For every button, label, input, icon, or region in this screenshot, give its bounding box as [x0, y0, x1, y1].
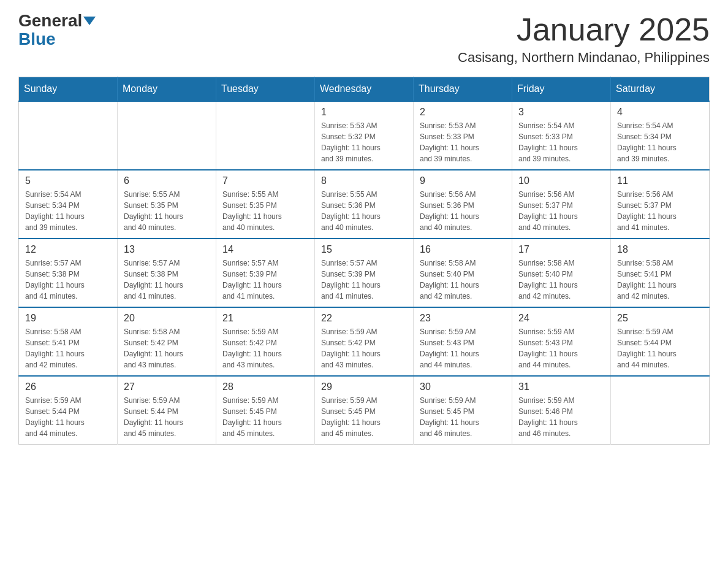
calendar-cell: 16Sunrise: 5:58 AMSunset: 5:40 PMDayligh…: [414, 239, 512, 307]
calendar-cell: [216, 101, 315, 170]
day-number: 13: [124, 244, 210, 255]
weekday-header-row: SundayMondayTuesdayWednesdayThursdayFrid…: [19, 77, 710, 102]
header-right: January 2025 Casisang, Northern Mindanao…: [458, 12, 710, 66]
calendar-cell: 20Sunrise: 5:58 AMSunset: 5:42 PMDayligh…: [118, 307, 216, 376]
day-number: 18: [617, 244, 703, 255]
day-info: Sunrise: 5:59 AMSunset: 5:43 PMDaylight:…: [420, 326, 506, 370]
calendar-cell: 25Sunrise: 5:59 AMSunset: 5:44 PMDayligh…: [611, 307, 710, 376]
calendar-cell: 23Sunrise: 5:59 AMSunset: 5:43 PMDayligh…: [414, 307, 512, 376]
calendar-cell: [611, 376, 710, 445]
weekday-header-thursday: Thursday: [414, 77, 512, 102]
calendar-cell: 1Sunrise: 5:53 AMSunset: 5:32 PMDaylight…: [315, 101, 414, 170]
calendar-cell: 3Sunrise: 5:54 AMSunset: 5:33 PMDaylight…: [512, 101, 611, 170]
day-info: Sunrise: 5:58 AMSunset: 5:41 PMDaylight:…: [25, 326, 111, 370]
day-number: 7: [222, 175, 308, 186]
day-info: Sunrise: 5:54 AMSunset: 5:34 PMDaylight:…: [617, 120, 703, 164]
day-info: Sunrise: 5:59 AMSunset: 5:43 PMDaylight:…: [518, 326, 604, 370]
day-info: Sunrise: 5:57 AMSunset: 5:38 PMDaylight:…: [124, 258, 210, 302]
day-number: 14: [222, 244, 308, 255]
day-info: Sunrise: 5:59 AMSunset: 5:44 PMDaylight:…: [25, 395, 111, 439]
weekday-header-sunday: Sunday: [19, 77, 118, 102]
day-info: Sunrise: 5:58 AMSunset: 5:40 PMDaylight:…: [420, 258, 506, 302]
day-info: Sunrise: 5:55 AMSunset: 5:36 PMDaylight:…: [321, 189, 407, 233]
day-info: Sunrise: 5:56 AMSunset: 5:37 PMDaylight:…: [617, 189, 703, 233]
day-number: 24: [518, 313, 604, 324]
calendar-cell: 27Sunrise: 5:59 AMSunset: 5:44 PMDayligh…: [118, 376, 216, 445]
page-header: General Blue January 2025 Casisang, Nort…: [18, 12, 710, 66]
day-number: 15: [321, 244, 407, 255]
day-info: Sunrise: 5:59 AMSunset: 5:45 PMDaylight:…: [321, 395, 407, 439]
day-info: Sunrise: 5:53 AMSunset: 5:32 PMDaylight:…: [321, 120, 407, 164]
day-info: Sunrise: 5:59 AMSunset: 5:42 PMDaylight:…: [222, 326, 308, 370]
day-info: Sunrise: 5:59 AMSunset: 5:45 PMDaylight:…: [222, 395, 308, 439]
day-info: Sunrise: 5:55 AMSunset: 5:35 PMDaylight:…: [124, 189, 210, 233]
calendar-week-row: 12Sunrise: 5:57 AMSunset: 5:38 PMDayligh…: [19, 239, 710, 307]
calendar-cell: 26Sunrise: 5:59 AMSunset: 5:44 PMDayligh…: [19, 376, 118, 445]
day-number: 25: [617, 313, 703, 324]
calendar-cell: 11Sunrise: 5:56 AMSunset: 5:37 PMDayligh…: [611, 170, 710, 239]
day-info: Sunrise: 5:55 AMSunset: 5:35 PMDaylight:…: [222, 189, 308, 233]
calendar-cell: 12Sunrise: 5:57 AMSunset: 5:38 PMDayligh…: [19, 239, 118, 307]
calendar-cell: 15Sunrise: 5:57 AMSunset: 5:39 PMDayligh…: [315, 239, 414, 307]
calendar-cell: [19, 101, 118, 170]
day-number: 12: [25, 244, 111, 255]
logo-general: General: [18, 12, 96, 29]
weekday-header-wednesday: Wednesday: [315, 77, 414, 102]
day-info: Sunrise: 5:56 AMSunset: 5:37 PMDaylight:…: [518, 189, 604, 233]
day-number: 21: [222, 313, 308, 324]
day-info: Sunrise: 5:56 AMSunset: 5:36 PMDaylight:…: [420, 189, 506, 233]
logo: General Blue: [18, 12, 96, 48]
day-number: 1: [321, 107, 407, 118]
day-info: Sunrise: 5:58 AMSunset: 5:41 PMDaylight:…: [617, 258, 703, 302]
day-number: 26: [25, 381, 111, 393]
day-number: 27: [124, 381, 210, 393]
logo-blue: Blue: [18, 31, 56, 48]
page-subtitle: Casisang, Northern Mindanao, Philippines: [458, 50, 710, 66]
calendar-cell: 5Sunrise: 5:54 AMSunset: 5:34 PMDaylight…: [19, 170, 118, 239]
calendar-header: SundayMondayTuesdayWednesdayThursdayFrid…: [19, 77, 710, 102]
calendar-body: 1Sunrise: 5:53 AMSunset: 5:32 PMDaylight…: [19, 101, 710, 445]
day-info: Sunrise: 5:59 AMSunset: 5:44 PMDaylight:…: [617, 326, 703, 370]
calendar-cell: 17Sunrise: 5:58 AMSunset: 5:40 PMDayligh…: [512, 239, 611, 307]
calendar-cell: 9Sunrise: 5:56 AMSunset: 5:36 PMDaylight…: [414, 170, 512, 239]
day-number: 4: [617, 107, 703, 118]
weekday-header-friday: Friday: [512, 77, 611, 102]
calendar-cell: [118, 101, 216, 170]
calendar-table: SundayMondayTuesdayWednesdayThursdayFrid…: [18, 77, 710, 445]
calendar-week-row: 5Sunrise: 5:54 AMSunset: 5:34 PMDaylight…: [19, 170, 710, 239]
calendar-cell: 22Sunrise: 5:59 AMSunset: 5:42 PMDayligh…: [315, 307, 414, 376]
day-number: 6: [124, 175, 210, 186]
calendar-cell: 4Sunrise: 5:54 AMSunset: 5:34 PMDaylight…: [611, 101, 710, 170]
day-number: 22: [321, 313, 407, 324]
calendar-cell: 30Sunrise: 5:59 AMSunset: 5:45 PMDayligh…: [414, 376, 512, 445]
calendar-cell: 6Sunrise: 5:55 AMSunset: 5:35 PMDaylight…: [118, 170, 216, 239]
calendar-week-row: 1Sunrise: 5:53 AMSunset: 5:32 PMDaylight…: [19, 101, 710, 170]
day-number: 29: [321, 381, 407, 393]
calendar-cell: 13Sunrise: 5:57 AMSunset: 5:38 PMDayligh…: [118, 239, 216, 307]
calendar-cell: 28Sunrise: 5:59 AMSunset: 5:45 PMDayligh…: [216, 376, 315, 445]
day-number: 23: [420, 313, 506, 324]
day-number: 10: [518, 175, 604, 186]
day-info: Sunrise: 5:53 AMSunset: 5:33 PMDaylight:…: [420, 120, 506, 164]
day-number: 17: [518, 244, 604, 255]
calendar-cell: 18Sunrise: 5:58 AMSunset: 5:41 PMDayligh…: [611, 239, 710, 307]
day-info: Sunrise: 5:54 AMSunset: 5:33 PMDaylight:…: [518, 120, 604, 164]
weekday-header-saturday: Saturday: [611, 77, 710, 102]
day-info: Sunrise: 5:57 AMSunset: 5:38 PMDaylight:…: [25, 258, 111, 302]
calendar-week-row: 26Sunrise: 5:59 AMSunset: 5:44 PMDayligh…: [19, 376, 710, 445]
logo-arrow-icon: [83, 17, 96, 25]
day-info: Sunrise: 5:58 AMSunset: 5:40 PMDaylight:…: [518, 258, 604, 302]
day-number: 16: [420, 244, 506, 255]
day-info: Sunrise: 5:59 AMSunset: 5:44 PMDaylight:…: [124, 395, 210, 439]
calendar-cell: 21Sunrise: 5:59 AMSunset: 5:42 PMDayligh…: [216, 307, 315, 376]
day-info: Sunrise: 5:59 AMSunset: 5:45 PMDaylight:…: [420, 395, 506, 439]
page-title: January 2025: [458, 12, 710, 47]
day-number: 20: [124, 313, 210, 324]
calendar-cell: 7Sunrise: 5:55 AMSunset: 5:35 PMDaylight…: [216, 170, 315, 239]
day-number: 8: [321, 175, 407, 186]
calendar-cell: 19Sunrise: 5:58 AMSunset: 5:41 PMDayligh…: [19, 307, 118, 376]
calendar-cell: 8Sunrise: 5:55 AMSunset: 5:36 PMDaylight…: [315, 170, 414, 239]
calendar-cell: 24Sunrise: 5:59 AMSunset: 5:43 PMDayligh…: [512, 307, 611, 376]
calendar-cell: 14Sunrise: 5:57 AMSunset: 5:39 PMDayligh…: [216, 239, 315, 307]
day-info: Sunrise: 5:59 AMSunset: 5:46 PMDaylight:…: [518, 395, 604, 439]
